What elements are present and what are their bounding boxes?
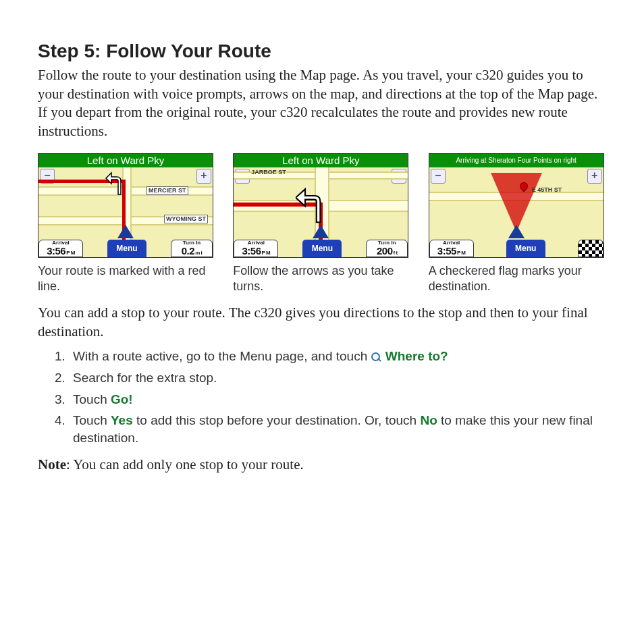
steps-list: With a route active, go to the Menu page…	[38, 348, 606, 446]
turnin-chip[interactable]: Turn In 0.2m i	[171, 240, 213, 257]
caption-3: A checkered flag marks your destination.	[429, 263, 606, 294]
step-text: Touch	[73, 392, 111, 406]
arrival-suffix: P M	[457, 250, 466, 256]
note-paragraph: Note: You can add only one stop to your …	[38, 456, 606, 473]
keyword-where-to: Where to?	[385, 349, 448, 363]
turnin-suffix: f t	[394, 250, 398, 256]
turnin-chip[interactable]: Turn In 200f t	[366, 240, 408, 257]
step-text: Touch	[73, 413, 111, 427]
screenshot-row: Left on Ward Pky − + MERCIER ST WYOMING …	[38, 153, 606, 294]
arrival-chip[interactable]: Arrival 3:55P M	[429, 240, 474, 257]
intro2-paragraph: You can add a stop to your route. The c3…	[38, 304, 606, 341]
bottom-bar: Arrival 3:56P M Menu Turn In 200f t	[234, 240, 408, 257]
arrival-suffix: P M	[66, 250, 75, 256]
street-label: WYOMING ST	[164, 215, 208, 223]
route-cone	[491, 173, 542, 232]
step-text: to add this stop before your destination…	[133, 413, 421, 427]
turn-arrow-icon	[296, 186, 333, 224]
turnin-value: 200	[377, 246, 393, 256]
bottom-bar: Arrival 3:55P M Menu	[429, 240, 603, 257]
step-2: Search for the extra stop.	[69, 369, 606, 387]
vehicle-icon	[117, 225, 134, 238]
street-label: JARBOE ST	[250, 169, 288, 176]
menu-button[interactable]: Menu	[302, 240, 342, 257]
direction-bar: Arriving at Sheraton Four Points on righ…	[429, 154, 603, 167]
shot-cell-3: Arriving at Sheraton Four Points on righ…	[429, 153, 606, 294]
turnin-suffix: m i	[195, 250, 202, 256]
checkered-flag-icon	[578, 240, 603, 257]
keyword-no: No	[420, 413, 437, 427]
turnin-value: 0.2	[182, 246, 194, 256]
arrival-value: 3:55	[437, 246, 456, 256]
step-3: Touch Go!	[69, 391, 606, 408]
keyword-go: Go!	[111, 392, 133, 406]
intro-paragraph: Follow the route to your destination usi…	[38, 66, 606, 141]
map-screenshot-2: Left on Ward Pky − + JARBOE ST Arrival 3…	[233, 153, 408, 258]
arrival-value: 3:56	[242, 246, 261, 256]
arrival-value: 3:56	[47, 246, 65, 256]
shot-cell-1: Left on Ward Pky − + MERCIER ST WYOMING …	[38, 153, 215, 294]
bottom-bar: Arrival 3:56P M Menu Turn In 0.2m i	[38, 240, 213, 257]
menu-button[interactable]: Menu	[107, 240, 146, 257]
step-4: Touch Yes to add this stop before your d…	[69, 412, 606, 446]
arrival-chip[interactable]: Arrival 3:56P M	[38, 240, 83, 257]
note-text: : You can add only one stop to your rout…	[66, 456, 304, 473]
page-heading: Step 5: Follow Your Route	[38, 41, 606, 62]
keyword-yes: Yes	[111, 413, 133, 427]
zoom-out-button[interactable]: −	[431, 169, 446, 184]
step-1: With a route active, go to the Menu page…	[69, 348, 606, 365]
vehicle-icon	[313, 225, 329, 238]
turn-arrow-icon	[105, 170, 132, 197]
shot-cell-2: Left on Ward Pky − + JARBOE ST Arrival 3…	[233, 153, 410, 294]
caption-1: Your route is marked with a red line.	[38, 263, 215, 294]
street-label: MERCIER ST	[146, 186, 188, 195]
zoom-in-button[interactable]: +	[196, 169, 211, 184]
direction-bar: Left on Ward Pky	[38, 154, 213, 167]
arrival-chip[interactable]: Arrival 3:56P M	[234, 240, 278, 257]
street-label: E 45TH ST	[531, 186, 564, 194]
direction-bar: Left on Ward Pky	[234, 154, 408, 167]
arrival-suffix: P M	[262, 250, 271, 256]
zoom-in-button[interactable]: +	[587, 169, 602, 184]
caption-2: Follow the arrows as you take turns.	[233, 263, 410, 294]
magnifier-icon	[371, 352, 381, 362]
menu-button[interactable]: Menu	[506, 240, 545, 257]
note-label: Note	[38, 456, 66, 473]
vehicle-icon	[508, 225, 525, 238]
map-screenshot-1: Left on Ward Pky − + MERCIER ST WYOMING …	[38, 153, 213, 258]
map-screenshot-3: Arriving at Sheraton Four Points on righ…	[429, 153, 604, 258]
step-text: With a route active, go to the Menu page…	[73, 349, 371, 363]
